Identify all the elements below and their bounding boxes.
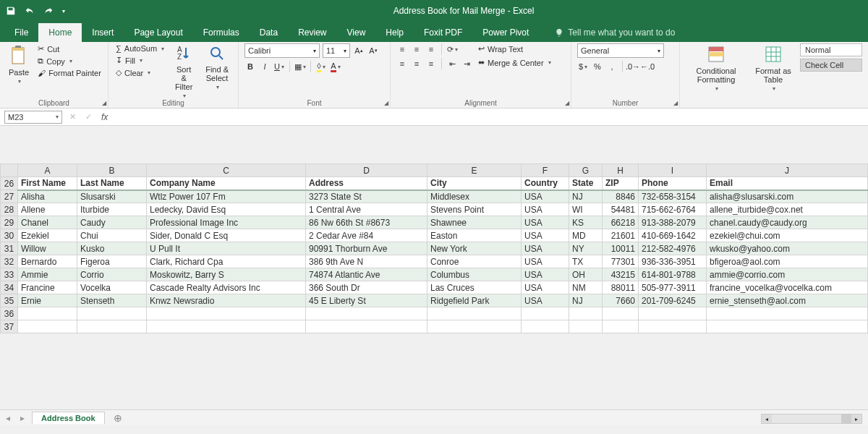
cell[interactable]: USA xyxy=(522,281,569,294)
cell[interactable]: NY xyxy=(569,242,603,255)
font-name-combo[interactable]: Calibri▾ xyxy=(244,43,320,58)
cell[interactable]: Stevens Point xyxy=(427,203,522,216)
col-header[interactable]: F xyxy=(522,164,569,177)
cell[interactable] xyxy=(18,320,77,333)
cell[interactable]: Corrio xyxy=(77,268,147,281)
cell[interactable] xyxy=(77,320,147,333)
cell[interactable]: 8846 xyxy=(603,190,639,203)
cell[interactable]: First Name xyxy=(18,177,77,190)
tell-me[interactable]: Tell me what you want to do xyxy=(548,23,682,42)
percent-format-icon[interactable]: % xyxy=(592,61,603,72)
cell[interactable]: chanel.caudy@caudy.org xyxy=(707,216,868,229)
cell[interactable]: 936-336-3951 xyxy=(639,255,707,268)
align-bottom-icon[interactable]: ≡ xyxy=(425,43,437,55)
cell[interactable]: USA xyxy=(522,190,569,203)
cell[interactable]: 366 South Dr xyxy=(306,281,427,294)
new-sheet-button[interactable]: ⊕ xyxy=(109,412,127,424)
cell[interactable]: Figeroa xyxy=(77,255,147,268)
increase-font-icon[interactable]: A▴ xyxy=(353,45,365,56)
cell[interactable]: Cascade Realty Advisors Inc xyxy=(147,281,306,294)
cell[interactable]: Last Name xyxy=(77,177,147,190)
row-header[interactable]: 34 xyxy=(1,281,18,294)
cell[interactable] xyxy=(427,307,522,320)
cell[interactable]: Stenseth xyxy=(77,294,147,307)
orientation-icon[interactable]: ⟳ xyxy=(446,43,458,55)
cell[interactable]: MD xyxy=(569,229,603,242)
cell[interactable]: 77301 xyxy=(603,255,639,268)
increase-indent-icon[interactable]: ⇥ xyxy=(461,58,472,69)
col-header[interactable]: B xyxy=(77,164,147,177)
cell[interactable]: Sider, Donald C Esq xyxy=(147,229,306,242)
table-row[interactable]: 34FrancineVocelkaCascade Realty Advisors… xyxy=(1,281,868,294)
table-row[interactable]: 29ChanelCaudyProfessional Image Inc86 Nw… xyxy=(1,216,868,229)
cell[interactable]: Allene xyxy=(18,203,77,216)
clear-button[interactable]: ◇Clear xyxy=(114,67,166,78)
cell[interactable]: 88011 xyxy=(603,281,639,294)
cell[interactable]: U Pull It xyxy=(147,242,306,255)
sheet-nav-next-icon[interactable]: ▸ xyxy=(17,413,27,423)
cell[interactable]: 614-801-9788 xyxy=(639,268,707,281)
alignment-launcher-icon[interactable]: ◢ xyxy=(565,100,569,106)
font-color-button[interactable]: A xyxy=(330,61,341,72)
cell[interactable]: WI xyxy=(569,203,603,216)
cell[interactable]: Las Cruces xyxy=(427,281,522,294)
cell[interactable]: 2 Cedar Ave #84 xyxy=(306,229,427,242)
row-header[interactable]: 28 xyxy=(1,203,18,216)
cell[interactable]: 54481 xyxy=(603,203,639,216)
tab-help[interactable]: Help xyxy=(375,23,414,42)
cell[interactable] xyxy=(77,307,147,320)
cell[interactable]: Ezekiel xyxy=(18,229,77,242)
cell[interactable]: Chanel xyxy=(18,216,77,229)
wrap-text-button[interactable]: ↩Wrap Text xyxy=(477,43,553,54)
cell[interactable]: 45 E Liberty St xyxy=(306,294,427,307)
cell[interactable]: Moskowitz, Barry S xyxy=(147,268,306,281)
cell[interactable]: 913-388-2079 xyxy=(639,216,707,229)
table-row[interactable]: 30EzekielChuiSider, Donald C Esq2 Cedar … xyxy=(1,229,868,242)
scroll-right-icon[interactable]: ▸ xyxy=(851,414,861,423)
cell[interactable]: Wtlz Power 107 Fm xyxy=(147,190,306,203)
table-row[interactable]: 32BernardoFigeroaClark, Richard Cpa386 9… xyxy=(1,255,868,268)
scroll-left-icon[interactable]: ◂ xyxy=(762,414,772,423)
cell[interactable]: USA xyxy=(522,216,569,229)
tab-data[interactable]: Data xyxy=(250,23,288,42)
cell[interactable]: ZIP xyxy=(603,177,639,190)
cell[interactable]: Email xyxy=(707,177,868,190)
formula-input[interactable] xyxy=(115,111,864,124)
undo-icon[interactable] xyxy=(25,6,35,16)
fill-color-button[interactable]: ◊ xyxy=(315,61,327,72)
cell[interactable]: USA xyxy=(522,268,569,281)
cell[interactable]: ernie_stenseth@aol.com xyxy=(707,294,868,307)
cell[interactable]: bfigeroa@aol.com xyxy=(707,255,868,268)
cell[interactable]: 410-669-1642 xyxy=(639,229,707,242)
cut-button[interactable]: ✂Cut xyxy=(36,43,103,54)
font-size-combo[interactable]: 11▾ xyxy=(323,43,350,58)
cell[interactable]: Ridgefield Park xyxy=(427,294,522,307)
cell[interactable]: Ledecky, David Esq xyxy=(147,203,306,216)
cell[interactable] xyxy=(147,307,306,320)
row-header[interactable]: 26 xyxy=(1,177,18,190)
cell[interactable] xyxy=(522,307,569,320)
row-header[interactable]: 31 xyxy=(1,242,18,255)
cell[interactable]: NJ xyxy=(569,294,603,307)
col-header[interactable]: J xyxy=(707,164,868,177)
cell[interactable]: Middlesex xyxy=(427,190,522,203)
cell[interactable]: alisha@slusarski.com xyxy=(707,190,868,203)
tab-insert[interactable]: Insert xyxy=(82,23,124,42)
cell[interactable]: 1 Central Ave xyxy=(306,203,427,216)
cell[interactable]: 201-709-6245 xyxy=(639,294,707,307)
sheet-tab[interactable]: Address Book xyxy=(32,412,105,424)
cell[interactable]: 86 Nw 66th St #8673 xyxy=(306,216,427,229)
autosum-button[interactable]: ∑AutoSum xyxy=(114,43,166,54)
cell[interactable]: 10011 xyxy=(603,242,639,255)
table-row[interactable]: 27AlishaSlusarskiWtlz Power 107 Fm3273 S… xyxy=(1,190,868,203)
cell[interactable]: wkusko@yahoo.com xyxy=(707,242,868,255)
find-select-button[interactable]: Find & Select xyxy=(202,43,232,92)
cell[interactable]: 505-977-3911 xyxy=(639,281,707,294)
cell[interactable] xyxy=(147,320,306,333)
cell[interactable]: 90991 Thorburn Ave xyxy=(306,242,427,255)
sheet-nav-prev-icon[interactable]: ◂ xyxy=(3,413,13,423)
decrease-decimal-icon[interactable]: ←.0 xyxy=(642,61,653,72)
row-header[interactable]: 37 xyxy=(1,320,18,333)
cell[interactable]: ammie@corrio.com xyxy=(707,268,868,281)
merge-center-button[interactable]: ⬌Merge & Center xyxy=(477,57,553,68)
